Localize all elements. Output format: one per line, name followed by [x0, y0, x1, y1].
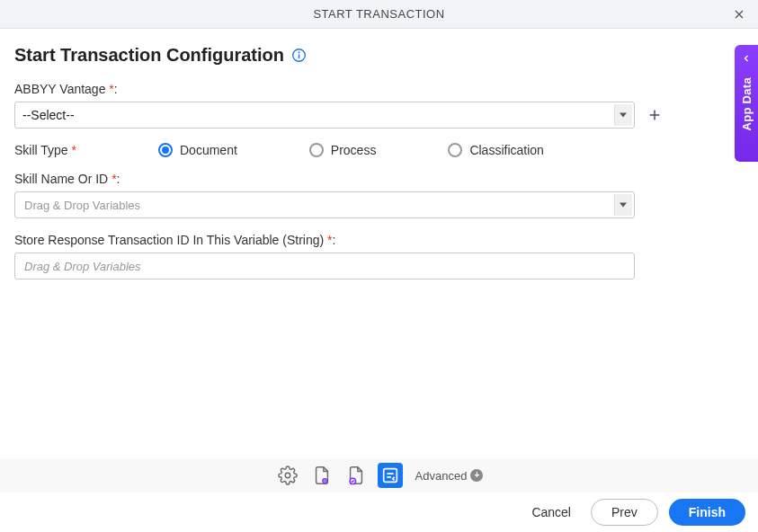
radio-classification-label: Classification — [469, 143, 543, 157]
skill-type-row: Skill Type * Document Process Classifica… — [14, 143, 744, 157]
transaction-icon — [380, 466, 400, 485]
page-title-row: Start Transaction Configuration — [14, 45, 744, 66]
gear-icon — [278, 466, 298, 485]
app-data-tab[interactable]: App Data — [735, 45, 758, 162]
radio-icon — [158, 143, 173, 157]
radio-process[interactable]: Process — [309, 143, 377, 157]
radio-document[interactable]: Document — [158, 143, 237, 157]
content-area: Start Transaction Configuration ABBYY Va… — [0, 29, 758, 279]
advanced-toggle[interactable]: Advanced + — [415, 469, 484, 483]
store-response-field: Store Response Transaction ID In This Va… — [14, 233, 744, 279]
store-response-input[interactable] — [14, 253, 635, 279]
add-vantage-button[interactable] — [644, 104, 665, 126]
file-gear-icon — [312, 466, 332, 485]
page-title: Start Transaction Configuration — [14, 45, 284, 66]
vantage-select[interactable]: --Select-- — [14, 102, 635, 129]
bottom-toolbar: Advanced + — [0, 458, 758, 492]
skill-type-label: Skill Type * — [14, 143, 158, 157]
prev-button[interactable]: Prev — [591, 499, 658, 526]
file-gear-icon-button[interactable] — [309, 463, 334, 488]
finish-button[interactable]: Finish — [669, 499, 745, 526]
vantage-select-value: --Select-- — [22, 108, 75, 122]
app-data-tab-label: App Data — [740, 77, 754, 130]
radio-classification[interactable]: Classification — [448, 143, 543, 157]
radio-icon — [448, 143, 462, 157]
advanced-label-text: Advanced — [415, 469, 468, 483]
svg-point-1 — [299, 51, 300, 53]
radio-icon — [309, 143, 324, 157]
svg-rect-2 — [299, 54, 300, 58]
chevron-down-icon — [614, 104, 632, 126]
settings-icon-button[interactable] — [275, 463, 300, 488]
chevron-down-icon — [614, 194, 632, 216]
vantage-label: ABBYY Vantage *: — [14, 82, 744, 96]
skill-name-placeholder: Drag & Drop Variables — [24, 199, 140, 212]
skill-name-label: Skill Name Or ID *: — [14, 172, 744, 186]
file-check-icon-button[interactable] — [343, 463, 369, 488]
transaction-icon-button[interactable] — [378, 463, 403, 488]
cancel-button[interactable]: Cancel — [522, 500, 580, 525]
info-icon[interactable] — [291, 48, 307, 63]
store-response-label: Store Response Transaction ID In This Va… — [14, 233, 744, 247]
skill-name-select[interactable]: Drag & Drop Variables — [14, 191, 635, 218]
svg-point-3 — [285, 473, 290, 478]
footer-bar: Cancel Prev Finish — [0, 492, 758, 532]
svg-point-5 — [324, 480, 325, 482]
plus-icon — [647, 107, 663, 123]
chevron-left-icon — [741, 52, 752, 66]
svg-rect-7 — [383, 469, 397, 483]
radio-process-label: Process — [331, 143, 377, 157]
close-button[interactable] — [729, 4, 749, 24]
vantage-field: ABBYY Vantage *: --Select-- — [14, 82, 744, 129]
header-title: START TRANSACTION — [313, 7, 444, 21]
close-icon — [732, 7, 746, 22]
file-check-icon — [346, 466, 366, 485]
skill-name-field: Skill Name Or ID *: Drag & Drop Variable… — [14, 172, 744, 218]
radio-document-label: Document — [180, 143, 237, 157]
plus-circle-icon: + — [470, 469, 483, 482]
header-bar: START TRANSACTION — [0, 0, 758, 29]
